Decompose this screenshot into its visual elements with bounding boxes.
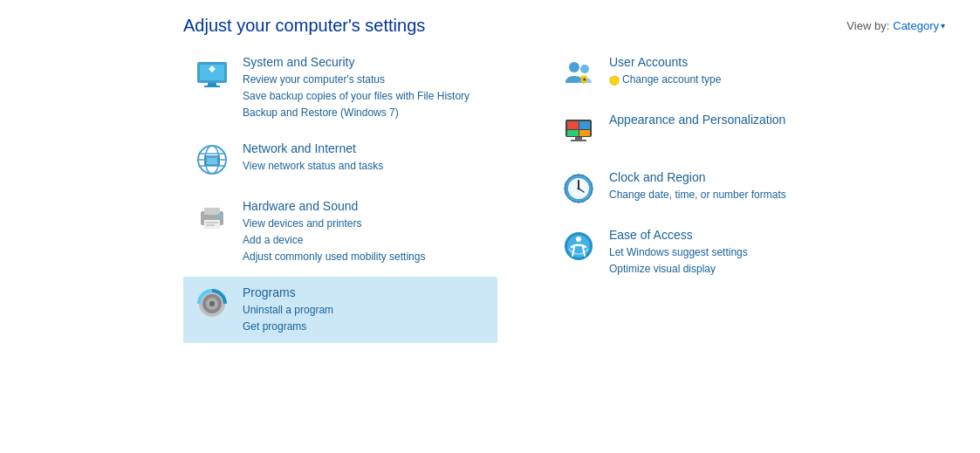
page-title: Adjust your computer's settings <box>183 16 425 36</box>
svg-rect-30 <box>571 140 586 141</box>
svg-point-21 <box>569 62 579 72</box>
user-accounts-links: Change account type <box>609 72 935 87</box>
clock-links: Change date, time, or number formats <box>609 187 935 202</box>
category-item-clock[interactable]: Clock and Region Change date, time, or n… <box>550 161 945 216</box>
svg-point-16 <box>217 214 221 217</box>
svg-point-22 <box>580 65 589 73</box>
svg-rect-2 <box>208 83 216 86</box>
category-item-ease-access[interactable]: Ease of Access Let Windows suggest setti… <box>550 219 945 285</box>
category-item-programs[interactable]: Programs Uninstall a program Get program… <box>183 277 497 343</box>
mobility-settings-link[interactable]: Adjust commonly used mobility settings <box>243 249 487 264</box>
windows-suggest-link[interactable]: Let Windows suggest settings <box>609 244 935 260</box>
svg-point-20 <box>209 301 215 306</box>
category-item-appearance[interactable]: Appearance and Personalization <box>550 104 945 158</box>
view-by-label: View by: <box>846 19 889 32</box>
ease-access-links: Let Windows suggest settings Optimize vi… <box>609 244 935 277</box>
svg-rect-29 <box>575 137 582 140</box>
svg-rect-3 <box>204 86 220 87</box>
appearance-text: Appearance and Personalization <box>609 113 935 129</box>
clock-icon <box>560 170 597 207</box>
view-network-link[interactable]: View network status and tasks <box>243 158 487 174</box>
system-security-title[interactable]: System and Security <box>243 55 487 69</box>
add-device-link[interactable]: Add a device <box>243 232 487 248</box>
backup-restore-link[interactable]: Backup and Restore (Windows 7) <box>243 105 487 120</box>
svg-rect-27 <box>567 130 579 136</box>
category-item-user-accounts[interactable]: ★ User Accounts Change account type <box>550 46 945 100</box>
svg-rect-14 <box>206 222 218 223</box>
category-item-hardware[interactable]: Hardware and Sound View devices and prin… <box>183 190 497 273</box>
svg-rect-10 <box>207 158 217 164</box>
optimize-visual-link[interactable]: Optimize visual display <box>609 261 935 277</box>
programs-text: Programs Uninstall a program Get program… <box>243 285 487 334</box>
top-bar: Adjust your computer's settings View by:… <box>0 0 980 46</box>
system-security-icon <box>194 55 230 92</box>
view-devices-link[interactable]: View devices and printers <box>243 216 487 231</box>
svg-rect-26 <box>579 121 590 129</box>
control-panel: Adjust your computer's settings View by:… <box>0 0 980 453</box>
get-programs-link[interactable]: Get programs <box>243 319 487 334</box>
programs-icon <box>194 285 230 322</box>
right-panel: ★ User Accounts Change account type <box>550 46 945 347</box>
user-accounts-title[interactable]: User Accounts <box>609 55 935 69</box>
ease-access-icon <box>560 228 597 264</box>
appearance-icon <box>560 113 597 149</box>
hardware-links: View devices and printers Add a device A… <box>243 216 487 264</box>
review-status-link[interactable]: Review your computer's status <box>243 72 487 87</box>
view-by-value-text: Category <box>893 19 939 32</box>
svg-point-41 <box>576 237 581 242</box>
clock-title[interactable]: Clock and Region <box>609 170 935 184</box>
main-content: System and Security Review your computer… <box>0 46 980 347</box>
appearance-title[interactable]: Appearance and Personalization <box>609 113 935 127</box>
svg-text:★: ★ <box>582 77 586 82</box>
category-item-system-security[interactable]: System and Security Review your computer… <box>183 46 497 129</box>
clock-text: Clock and Region Change date, time, or n… <box>609 170 935 202</box>
hardware-title[interactable]: Hardware and Sound <box>243 199 487 213</box>
chevron-down-icon: ▾ <box>941 21 945 31</box>
programs-title[interactable]: Programs <box>243 285 487 299</box>
shield-icon <box>609 75 620 86</box>
programs-links: Uninstall a program Get programs <box>243 302 487 334</box>
system-security-links: Review your computer's status Save backu… <box>243 72 487 120</box>
hardware-text: Hardware and Sound View devices and prin… <box>243 199 487 264</box>
uninstall-program-link[interactable]: Uninstall a program <box>243 302 487 318</box>
change-date-time-link[interactable]: Change date, time, or number formats <box>609 187 935 202</box>
user-accounts-icon: ★ <box>560 55 597 92</box>
category-item-network[interactable]: Network and Internet View network status… <box>183 133 497 187</box>
svg-rect-12 <box>204 208 220 215</box>
network-links: View network status and tasks <box>243 158 487 174</box>
svg-rect-25 <box>567 121 579 129</box>
view-by-dropdown[interactable]: Category ▾ <box>893 19 945 32</box>
svg-rect-15 <box>206 224 215 226</box>
network-title[interactable]: Network and Internet <box>243 141 487 155</box>
system-security-text: System and Security Review your computer… <box>243 55 487 120</box>
change-account-type-link[interactable]: Change account type <box>609 72 935 87</box>
svg-point-37 <box>578 188 580 190</box>
hardware-icon <box>194 199 230 236</box>
backup-files-link[interactable]: Save backup copies of your files with Fi… <box>243 88 487 104</box>
svg-rect-28 <box>579 130 590 136</box>
view-by-container: View by: Category ▾ <box>846 19 945 32</box>
left-panel: System and Security Review your computer… <box>183 46 497 347</box>
ease-access-title[interactable]: Ease of Access <box>609 228 935 242</box>
ease-access-text: Ease of Access Let Windows suggest setti… <box>609 228 935 277</box>
user-accounts-text: User Accounts Change account type <box>609 55 935 87</box>
network-icon <box>194 141 230 178</box>
network-text: Network and Internet View network status… <box>243 141 487 174</box>
